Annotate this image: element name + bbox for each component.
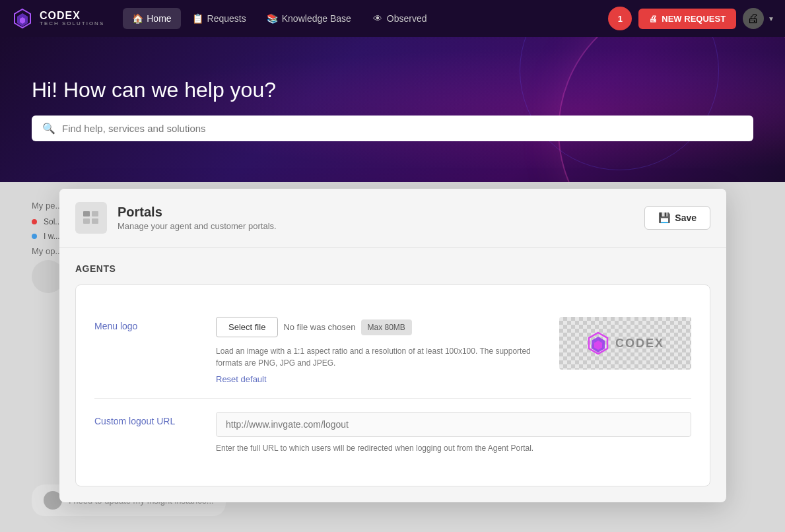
svg-rect-4 [83, 218, 90, 224]
menu-logo-row: Menu logo Select file No file was chosen… [94, 304, 691, 398]
preview-logo-icon [586, 331, 610, 355]
logo[interactable]: CODEX TECH SOLUTIONS [11, 7, 104, 30]
custom-logout-row: Custom logout URL Enter the full URL to … [94, 398, 691, 467]
logo-text: CODEX TECH SOLUTIONS [40, 11, 104, 26]
hero-section: Hi! How can we help you? 🔍 [0, 37, 785, 182]
modal-wrapper: Portals Manage your agent and customer p… [0, 182, 785, 522]
logout-url-hint: Enter the full URL to which users will b… [216, 442, 691, 454]
search-input[interactable] [62, 123, 743, 134]
preview-text: CODEX [615, 337, 664, 350]
modal-body: Agents Menu logo Select file No file was… [59, 248, 726, 502]
svg-rect-6 [92, 218, 98, 224]
new-request-icon: 🖨 [649, 14, 658, 24]
hero-decoration [0, 37, 785, 182]
agents-section-heading: Agents [75, 263, 710, 274]
file-input-row: Select file No file was chosen Max 80MB [216, 317, 543, 337]
hero-title: Hi! How can we help you? [32, 78, 753, 102]
custom-logout-label: Custom logout URL [94, 412, 200, 426]
home-icon: 🏠 [132, 13, 143, 24]
modal-title: Portals [118, 205, 634, 220]
save-icon: 💾 [658, 212, 671, 224]
portals-icon [75, 202, 107, 234]
save-button[interactable]: 💾 Save [644, 206, 710, 230]
nav-item-home[interactable]: 🏠 Home [123, 8, 180, 29]
modal-title-area: Portals Manage your agent and customer p… [118, 205, 634, 231]
svg-rect-3 [83, 211, 90, 216]
nav-item-observed[interactable]: 👁 Observed [363, 8, 436, 29]
svg-rect-5 [92, 211, 98, 216]
portals-modal: Portals Manage your agent and customer p… [59, 189, 726, 502]
requests-icon: 📋 [193, 13, 203, 24]
avatar-area[interactable]: 🖨 ▼ [743, 8, 774, 29]
custom-logout-content: Enter the full URL to which users will b… [216, 412, 691, 454]
chevron-down-icon: ▼ [768, 15, 774, 22]
max-size-badge: Max 80MB [361, 319, 412, 335]
knowledge-base-icon: 📚 [267, 13, 278, 24]
logout-url-input[interactable] [216, 412, 691, 437]
nav-item-requests[interactable]: 📋 Requests [184, 8, 256, 29]
modal-header: Portals Manage your agent and customer p… [59, 189, 726, 248]
no-file-label: No file was chosen [283, 322, 355, 332]
content-wrapper: My pe... Sol... Re... I w... Re... My op… [0, 182, 785, 532]
logo-preview: CODEX [559, 317, 691, 370]
modal-subtitle: Manage your agent and customer portals. [118, 221, 634, 231]
logo-preview-inner: CODEX [586, 331, 664, 355]
reset-default-link[interactable]: Reset default [216, 374, 267, 384]
logo-icon [11, 7, 34, 30]
search-icon: 🔍 [42, 122, 55, 135]
nav-right: 1 🖨 NEW REQUEST 🖨 ▼ [608, 7, 774, 30]
new-request-button[interactable]: 🖨 NEW REQUEST [638, 9, 736, 29]
menu-logo-label: Menu logo [94, 317, 200, 331]
hero-search-bar[interactable]: 🔍 [32, 116, 753, 141]
file-hint: Load an image with a 1:1 aspect ratio an… [216, 345, 543, 369]
menu-logo-content: Select file No file was chosen Max 80MB … [216, 317, 543, 385]
notification-button[interactable]: 1 [608, 7, 632, 30]
navbar: CODEX TECH SOLUTIONS 🏠 Home 📋 Requests 📚… [0, 0, 785, 37]
settings-card: Menu logo Select file No file was chosen… [75, 284, 710, 486]
nav-item-knowledge-base[interactable]: 📚 Knowledge Base [258, 8, 360, 29]
avatar: 🖨 [743, 8, 764, 29]
select-file-button[interactable]: Select file [216, 317, 278, 337]
observed-icon: 👁 [372, 13, 383, 24]
nav-items: 🏠 Home 📋 Requests 📚 Knowledge Base 👁 Obs… [123, 8, 603, 29]
